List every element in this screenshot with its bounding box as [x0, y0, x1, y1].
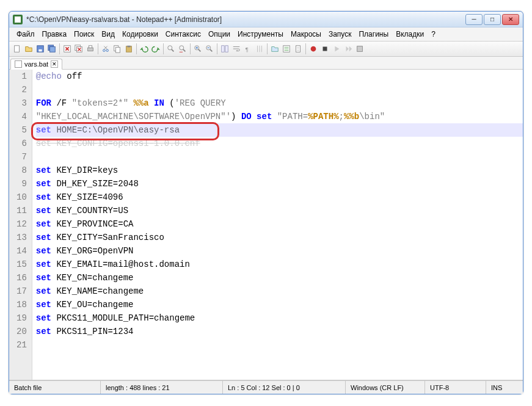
zoom-out-icon[interactable] — [204, 43, 215, 54]
stop-macro-icon[interactable] — [319, 43, 330, 54]
code-line: "HKEY_LOCAL_MACHINE\SOFTWARE\OpenVPN"') … — [36, 110, 523, 123]
menu-run[interactable]: Запуск — [325, 29, 355, 40]
code-line: @echo off — [36, 70, 523, 83]
close-all-icon[interactable] — [73, 43, 84, 54]
code-line: set KEY_PROVINCE=CA — [36, 217, 523, 231]
code-line: set DH_KEY_SIZE=2048 — [36, 177, 523, 190]
statusbar: Batch file length : 488 lines : 21 Ln : … — [9, 380, 523, 394]
menu-search[interactable]: Поиск — [70, 29, 98, 40]
code-line: FOR /F "tokens=2*" %%a IN ('REG QUERY — [36, 96, 523, 110]
code-line: set KEY_NAME=changeme — [36, 285, 523, 298]
code-line: set KEY_CONFIG=openssl-1.0.0.cnf — [36, 137, 523, 150]
menu-tools[interactable]: Инструменты — [234, 29, 287, 40]
replay-macro-icon[interactable] — [343, 43, 354, 54]
menu-help[interactable]: ? — [428, 29, 439, 40]
menu-edit[interactable]: Правка — [38, 29, 71, 40]
open-file-icon[interactable] — [23, 43, 34, 54]
copy-icon[interactable] — [112, 43, 123, 54]
separator — [136, 43, 137, 54]
save-all-icon[interactable] — [46, 43, 57, 54]
zoom-in-icon[interactable] — [192, 43, 203, 54]
redo-icon[interactable] — [150, 43, 161, 54]
paste-icon[interactable] — [123, 43, 134, 54]
find-icon[interactable] — [166, 43, 177, 54]
close-file-icon[interactable] — [62, 43, 73, 54]
menu-view[interactable]: Вид — [98, 29, 118, 40]
code-line: set HOME=C:\OpenVPN\easy-rsa — [36, 123, 523, 137]
svg-rect-20 — [222, 46, 224, 53]
all-chars-icon[interactable]: ¶ — [242, 43, 253, 54]
tab-label: vars.bat — [24, 60, 48, 68]
file-icon — [15, 60, 22, 68]
svg-rect-21 — [225, 46, 228, 53]
menu-encoding[interactable]: Кодировки — [118, 29, 162, 40]
new-file-icon[interactable] — [12, 43, 23, 54]
print-icon[interactable] — [85, 43, 96, 54]
separator — [267, 43, 268, 54]
svg-point-11 — [106, 49, 109, 52]
play-macro-icon[interactable] — [331, 43, 342, 54]
app-icon — [13, 15, 23, 24]
line-number-gutter: 1 2 3 4 5 6 7 8 9 10 11 12 13 14 15 16 1… — [9, 70, 32, 380]
menu-macro[interactable]: Макросы — [287, 29, 325, 40]
code-area[interactable]: @echo off FOR /F "tokens=2*" %%a IN ('RE… — [32, 70, 523, 380]
doc-map-icon[interactable] — [293, 43, 304, 54]
svg-rect-13 — [115, 47, 120, 53]
editor[interactable]: 1 2 3 4 5 6 7 8 9 10 11 12 13 14 15 16 1… — [9, 70, 523, 380]
code-line: set PKCS11_PIN=1234 — [36, 325, 523, 338]
code-line: set KEY_CITY=SanFrancisco — [36, 231, 523, 244]
code-line — [36, 338, 523, 352]
svg-point-17 — [180, 46, 184, 50]
code-line: set KEY_SIZE=4096 — [36, 190, 523, 204]
svg-rect-15 — [127, 46, 130, 48]
svg-rect-27 — [357, 46, 363, 52]
close-button[interactable]: ✕ — [502, 14, 519, 25]
status-encoding: UTF-8 — [425, 381, 486, 394]
tab-vars-bat[interactable]: vars.bat ✕ — [10, 59, 62, 70]
window-controls: ─ □ ✕ — [465, 14, 519, 25]
svg-rect-4 — [50, 47, 56, 53]
svg-rect-9 — [89, 46, 92, 48]
menu-plugins[interactable]: Плагины — [355, 29, 392, 40]
code-line: set KEY_DIR=keys — [36, 164, 523, 177]
window-title: *C:\OpenVPN\easy-rsa\vars.bat - Notepad+… — [26, 15, 465, 24]
status-eol: Windows (CR LF) — [346, 381, 425, 394]
svg-rect-0 — [15, 46, 20, 53]
undo-icon[interactable] — [139, 43, 150, 54]
code-line — [36, 150, 523, 164]
folder-workspace-icon[interactable] — [269, 43, 280, 54]
code-line: set KEY_CN=changeme — [36, 271, 523, 285]
tab-close-icon[interactable]: ✕ — [51, 60, 58, 68]
titlebar: *C:\OpenVPN\easy-rsa\vars.bat - Notepad+… — [9, 12, 523, 27]
code-line — [36, 83, 523, 96]
svg-point-25 — [311, 46, 316, 52]
sync-scroll-icon[interactable] — [219, 43, 230, 54]
status-position: Ln : 5 Col : 12 Sel : 0 | 0 — [223, 381, 346, 394]
separator — [98, 43, 98, 54]
svg-point-16 — [168, 46, 172, 50]
svg-text:¶: ¶ — [246, 46, 249, 53]
code-line: set KEY_EMAIL=mail@host.domain — [36, 258, 523, 271]
separator — [190, 43, 191, 54]
status-length: length : 488 lines : 21 — [101, 381, 223, 394]
status-insert-mode: INS — [486, 381, 523, 394]
indent-guide-icon[interactable] — [254, 43, 265, 54]
save-macro-icon[interactable] — [354, 43, 365, 54]
menu-syntax[interactable]: Синтаксис — [162, 29, 205, 40]
function-list-icon[interactable] — [281, 43, 292, 54]
record-macro-icon[interactable] — [308, 43, 319, 54]
svg-rect-2 — [38, 49, 42, 52]
cut-icon[interactable] — [100, 43, 111, 54]
maximize-button[interactable]: □ — [484, 14, 501, 25]
app-window: *C:\OpenVPN\easy-rsa\vars.bat - Notepad+… — [9, 11, 523, 394]
separator — [163, 43, 164, 54]
menu-options[interactable]: Опции — [205, 29, 234, 40]
minimize-button[interactable]: ─ — [465, 14, 483, 25]
replace-icon[interactable] — [177, 43, 188, 54]
menubar: Файл Правка Поиск Вид Кодировки Синтакси… — [9, 27, 523, 42]
separator — [305, 43, 306, 54]
save-icon[interactable] — [35, 43, 46, 54]
word-wrap-icon[interactable] — [231, 43, 242, 54]
menu-file[interactable]: Файл — [13, 29, 38, 40]
menu-tabs[interactable]: Вкладки — [392, 29, 428, 40]
